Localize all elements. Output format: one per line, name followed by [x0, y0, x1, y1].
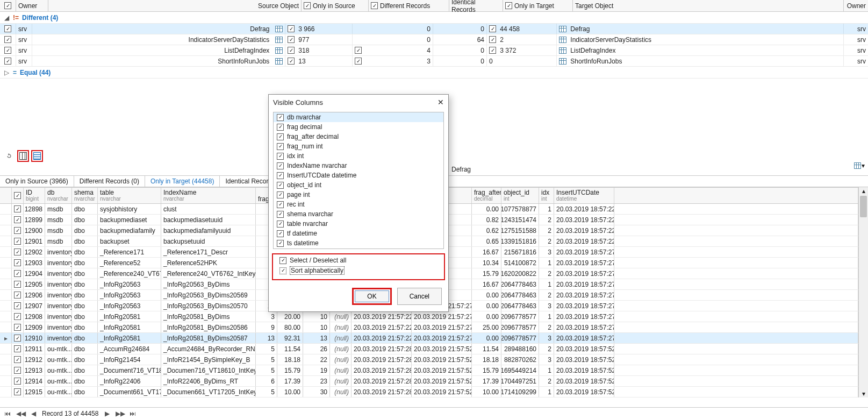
column-item[interactable]: InsertUTCDate datetime [274, 171, 443, 180]
column-item[interactable]: object_id int [274, 180, 443, 190]
header-different-records[interactable]: Different Records [369, 0, 449, 11]
col-table[interactable]: tablenvarchar [98, 188, 161, 203]
tab-only-in-source[interactable]: Only in Source (3966) [0, 176, 74, 187]
table-icon [559, 58, 566, 65]
nav-last-icon[interactable]: ⏭ [128, 410, 137, 417]
cancel-button[interactable]: Cancel [397, 288, 442, 305]
comparison-row[interactable]: srvListDefragIndex 31840 3 372 ListDefra… [0, 45, 868, 56]
sync-icon[interactable] [3, 150, 15, 162]
tab-different-records[interactable]: Different Records (0) [74, 176, 145, 187]
collapse-icon[interactable]: ◢ [4, 14, 10, 22]
dialog-title-bar: Visible Columns ✕ [269, 95, 448, 110]
comparison-header: Owner Source Object Only in Source Diffe… [0, 0, 868, 12]
columns-list[interactable]: db nvarcharfrag decimalfrag_after decima… [273, 112, 444, 249]
column-item[interactable]: frag decimal [274, 122, 443, 132]
comparison-row[interactable]: srvDefrag 3 96600 44 458 Defragsrv [0, 24, 868, 34]
columns-button[interactable] [17, 150, 29, 162]
column-item[interactable]: frag_num int [274, 141, 443, 151]
col-blank [614, 188, 858, 203]
table-icon [275, 37, 283, 43]
group-equal[interactable]: ▷ = Equal (44) [0, 67, 868, 79]
column-item[interactable]: db nvarchar [274, 112, 443, 122]
col-object-id[interactable]: object_idint [501, 188, 539, 203]
header-checkbox[interactable] [0, 0, 16, 11]
dialog-title: Visible Columns [273, 98, 323, 106]
visible-columns-dialog: Visible Columns ✕ db nvarcharfrag decima… [268, 94, 449, 312]
table-icon [275, 26, 283, 32]
table-row[interactable]: 12911ou-mtk...dbo_AccumRg24684_Accum2468… [0, 344, 858, 354]
sort-alphabetically[interactable]: Sort alphabetically [279, 266, 437, 275]
table-row[interactable]: ▸12910inventorydbo_InfoRg20581_InfoRg205… [0, 333, 858, 344]
tab-only-in-target[interactable]: Only in Target (44458) [145, 176, 220, 187]
col-db[interactable]: dbnvarchar [45, 188, 72, 203]
checkbox-header[interactable] [12, 188, 24, 203]
column-item[interactable]: ts datetime [274, 238, 443, 248]
column-item[interactable]: page int [274, 190, 443, 200]
header-owner-left[interactable]: Owner [16, 0, 48, 11]
select-deselect-all[interactable]: Select / Deselect all [279, 257, 437, 264]
table-icon [559, 26, 566, 32]
table-icon [275, 58, 283, 65]
table-icon [559, 47, 566, 54]
header-identical-records[interactable]: Identical Records [449, 0, 503, 11]
column-item[interactable]: IndexName nvarchar [274, 161, 443, 171]
header-only-in-source[interactable]: Only in Source [302, 0, 369, 11]
col-frag-after[interactable]: frag_afterdecimal [472, 188, 501, 203]
column-item[interactable]: frag_after decimal [274, 132, 443, 141]
table-row[interactable]: 12915ou-mtk...dbo_Document661_VT17..._Do… [0, 387, 858, 397]
nav-first-icon[interactable]: ⏮ [3, 410, 12, 417]
row-indicator-header [0, 188, 12, 203]
group-different[interactable]: ◢ != Different (4) [0, 12, 868, 24]
column-item[interactable]: rec int [274, 200, 443, 209]
table-icon [559, 37, 566, 43]
comparison-row[interactable]: srvShortInfoRunJobs 13300 ShortInfoRunJo… [0, 56, 868, 67]
col-shema[interactable]: shemanvarchar [72, 188, 98, 203]
list-button[interactable] [31, 150, 43, 162]
header-target-object[interactable]: Target Object [573, 0, 844, 11]
ok-highlight: OK [352, 288, 391, 305]
header-source-object[interactable]: Source Object [48, 0, 302, 11]
options-highlight: Select / Deselect all Sort alphabeticall… [272, 253, 445, 280]
ok-button[interactable]: OK [355, 290, 389, 302]
table-row[interactable]: 12912ou-mtk...dbo_InfoRg21454_InfoR21454… [0, 354, 858, 365]
not-equal-icon: != [13, 14, 19, 22]
grid-options-icon[interactable]: ▾ [854, 160, 865, 171]
header-owner-right[interactable]: Owner [844, 0, 868, 11]
record-position: Record 13 of 44458 [42, 410, 98, 417]
close-icon[interactable]: ✕ [437, 98, 444, 106]
column-item[interactable]: idx int [274, 151, 443, 161]
expand-icon[interactable]: ▷ [4, 69, 10, 76]
navigator-footer: ⏮ ◀◀ ◀ Record 13 of 44458 ▶ ▶▶ ⏭ [0, 407, 868, 419]
column-item[interactable]: table nvarchar [274, 219, 443, 229]
column-item[interactable]: shema nvarchar [274, 209, 443, 219]
nav-next-page-icon[interactable]: ▶▶ [116, 410, 124, 417]
header-only-in-target[interactable]: Only in Target [503, 0, 573, 11]
nav-prev-page-icon[interactable]: ◀◀ [16, 410, 25, 417]
col-insert-utc[interactable]: InsertUTCDatedatetime [554, 188, 614, 203]
table-row[interactable]: 12913ou-mtk...dbo_Document716_VT18..._Do… [0, 365, 858, 376]
col-id[interactable]: IDbigint [24, 188, 45, 203]
vertical-scrollbar[interactable]: ▴ ▾ [858, 187, 868, 397]
group-equal-label: Equal (44) [20, 69, 51, 76]
nav-next-icon[interactable]: ▶ [103, 410, 111, 417]
table-icon [275, 47, 283, 54]
table-row[interactable]: 12909inventorydbo_InfoRg20581_InfoRg2058… [0, 322, 858, 333]
col-idx[interactable]: idxint [539, 188, 554, 203]
group-different-label: Different (4) [22, 14, 58, 22]
table-row[interactable]: 12908inventorydbo_InfoRg20581_InfoRg2058… [0, 311, 858, 322]
col-indexname[interactable]: IndexNamenvarchar [161, 188, 256, 203]
column-item[interactable]: tf datetime [274, 229, 443, 238]
table-row[interactable]: 12914ou-mtk...dbo_InfoRg22406_InfoR22406… [0, 376, 858, 387]
equal-icon: = [13, 69, 17, 76]
comparison-row[interactable]: srvIndicatorServerDayStatistics 977064 2… [0, 34, 868, 45]
nav-prev-icon[interactable]: ◀ [29, 410, 38, 417]
